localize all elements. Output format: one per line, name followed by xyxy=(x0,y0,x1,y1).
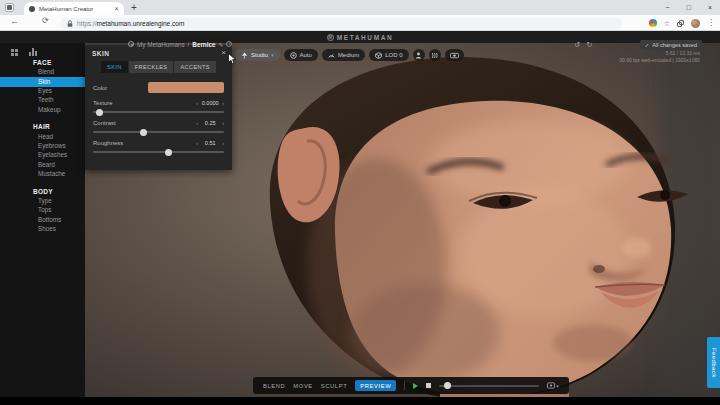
sidebar-item-blend[interactable]: Blend xyxy=(0,68,85,77)
environment-button[interactable]: Studio ▾ xyxy=(235,49,280,61)
show-character-button[interactable] xyxy=(413,49,425,61)
tab-skin[interactable]: SKIN xyxy=(101,61,128,73)
sidebar-item-skin[interactable]: Skin xyxy=(0,77,85,86)
info-icon[interactable]: i xyxy=(226,41,232,47)
chevron-down-icon: ▾ xyxy=(271,52,274,58)
clip-icon xyxy=(547,382,555,389)
gauge-icon xyxy=(328,52,335,59)
roughness-value[interactable]: 0.51 xyxy=(201,140,219,146)
app-logo-text: METAHUMAN xyxy=(337,34,394,41)
texture-increment[interactable]: › xyxy=(222,100,224,106)
contrast-increment[interactable]: › xyxy=(222,120,224,126)
timeline-handle[interactable] xyxy=(444,382,451,389)
window-maximize-button[interactable]: □ xyxy=(687,4,691,11)
undo-button[interactable]: ↺ xyxy=(574,40,580,49)
mouse-cursor xyxy=(228,53,236,65)
sidebar-item-mustache[interactable]: Mustache xyxy=(0,170,85,179)
breadcrumb-root[interactable]: My MetaHumans xyxy=(137,41,185,48)
browser-menu-icon[interactable]: ⋮ xyxy=(707,19,715,27)
person-icon xyxy=(415,52,422,59)
feedback-button[interactable]: Feedback xyxy=(707,337,720,388)
sidebar-item-eyebrows[interactable]: Eyebrows xyxy=(0,142,85,151)
sidebar-item-shoes[interactable]: Shoes xyxy=(0,225,85,234)
browser-tab[interactable]: MetaHuman Creator × xyxy=(24,2,124,15)
extensions-puzzle-icon[interactable] xyxy=(677,20,684,27)
lock-icon xyxy=(67,20,73,28)
redo-button[interactable]: ↻ xyxy=(586,40,592,49)
sidebar-item-teeth[interactable]: Teeth xyxy=(0,96,85,105)
sidebar-item-bottoms[interactable]: Bottoms xyxy=(0,215,85,224)
sidebar-item-head[interactable]: Head xyxy=(0,132,85,141)
contrast-slider[interactable] xyxy=(93,131,224,133)
roughness-increment[interactable]: › xyxy=(222,140,224,146)
timeline-slider[interactable] xyxy=(439,385,539,387)
contrast-value[interactable]: 0.25 xyxy=(201,120,219,126)
bookmark-star-icon[interactable]: ☆ xyxy=(664,20,670,27)
show-hair-button[interactable] xyxy=(429,49,441,61)
performance-button[interactable]: Medium xyxy=(322,49,365,61)
tab-freckles[interactable]: FRECKLES xyxy=(129,61,174,73)
divider xyxy=(404,381,405,390)
camera-view-button[interactable] xyxy=(445,49,464,61)
mode-preview[interactable]: PREVIEW xyxy=(355,380,396,391)
tab-accents[interactable]: ACCENTS xyxy=(174,61,216,73)
texture-decrement[interactable]: ‹ xyxy=(196,100,198,106)
contrast-slider-row: Contrast ‹ 0.25 › xyxy=(93,119,224,133)
texture-slider[interactable] xyxy=(93,111,224,113)
panel-title: SKIN xyxy=(92,50,110,57)
sidebar-item-tops[interactable]: Tops xyxy=(0,206,85,215)
camera-icon xyxy=(450,52,459,59)
letterbox-strip xyxy=(0,397,720,405)
extension-icon[interactable] xyxy=(649,19,657,27)
address-bar[interactable]: https://metahuman.unrealengine.com xyxy=(60,18,622,29)
stop-button[interactable] xyxy=(426,383,431,388)
skin-color-swatch[interactable] xyxy=(148,82,224,93)
roughness-label: Roughness xyxy=(93,140,123,146)
mode-sculpt[interactable]: SCULPT xyxy=(321,383,347,389)
play-button[interactable] xyxy=(413,383,418,389)
streaming-stats: 5.62 / 13.33 ms 30.00 fps web-encoded | … xyxy=(619,50,700,63)
feedback-label: Feedback xyxy=(711,348,717,378)
quality-auto-button[interactable]: Auto xyxy=(284,49,318,61)
section-body: BODY xyxy=(33,188,85,195)
mode-move[interactable]: MOVE xyxy=(293,383,312,389)
roughness-slider-handle[interactable] xyxy=(165,149,172,156)
url-text: https://metahuman.unrealengine.com xyxy=(77,20,184,27)
texture-slider-row: Texture ‹ 0.0000 › xyxy=(93,99,224,113)
tab-title: MetaHuman Creator xyxy=(39,6,111,12)
rename-pencil-icon[interactable]: ✎ xyxy=(218,41,223,48)
texture-value[interactable]: 0.0000 xyxy=(201,100,219,106)
window-close-button[interactable]: × xyxy=(708,4,712,11)
refresh-button[interactable]: ⟳ xyxy=(42,17,49,25)
animation-select-button[interactable]: ▾ xyxy=(547,382,559,389)
back-button[interactable]: ← xyxy=(10,17,19,26)
tab-close-icon[interactable]: × xyxy=(114,5,119,13)
new-tab-button[interactable]: + xyxy=(131,2,137,14)
window-minimize-button[interactable]: − xyxy=(666,4,670,11)
lod-button[interactable]: LOD 0 xyxy=(369,49,408,61)
contrast-label: Contrast xyxy=(93,120,116,126)
contrast-slider-handle[interactable] xyxy=(140,129,147,136)
lod-cube-icon xyxy=(375,52,382,59)
sidebar-item-eyes[interactable]: Eyes xyxy=(0,87,85,96)
profile-avatar[interactable] xyxy=(691,19,700,28)
screen: MetaHuman Creator × + − □ × ← ⟳ https://… xyxy=(0,0,720,405)
texture-slider-handle[interactable] xyxy=(96,109,103,116)
roughness-decrement[interactable]: ‹ xyxy=(196,140,198,146)
levels-icon[interactable] xyxy=(29,48,37,56)
preset-grid-icon[interactable] xyxy=(11,49,18,56)
roughness-slider[interactable] xyxy=(93,151,224,153)
sidebar-item-beard[interactable]: Beard xyxy=(0,160,85,169)
breadcrumb: My MetaHumans / Bernice ✎ i xyxy=(128,41,232,48)
chevron-down-icon: ▾ xyxy=(556,383,559,389)
panel-close-icon[interactable]: × xyxy=(221,49,226,57)
auto-quality-icon xyxy=(290,52,297,59)
sidebar-item-type[interactable]: Type xyxy=(0,197,85,206)
site-favicon-icon xyxy=(29,6,35,12)
sidebar-item-eyelashes[interactable]: Eyelashes xyxy=(0,151,85,160)
save-status-badge: ✓ All changes saved xyxy=(640,40,702,51)
mode-blend[interactable]: BLEND xyxy=(263,383,285,389)
roughness-slider-row: Roughness ‹ 0.51 › xyxy=(93,139,224,153)
contrast-decrement[interactable]: ‹ xyxy=(196,120,198,126)
sidebar-item-makeup[interactable]: Makeup xyxy=(0,105,85,114)
